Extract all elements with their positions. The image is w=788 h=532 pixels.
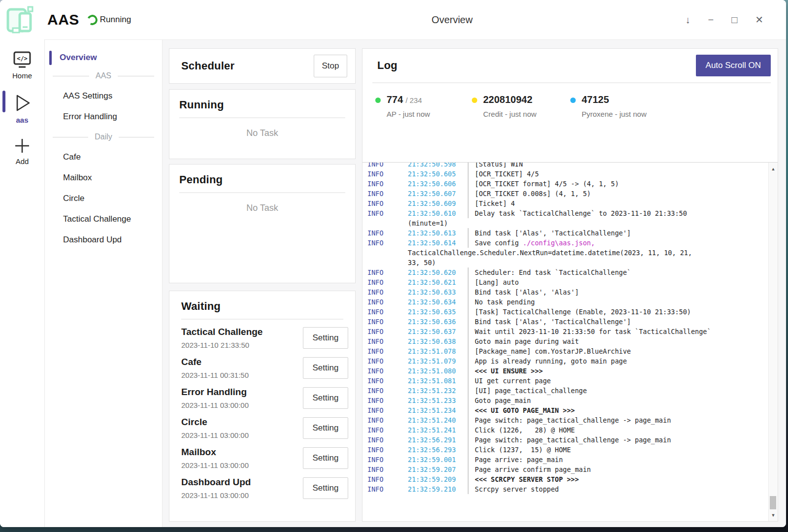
sidebar-item-label: Overview — [60, 53, 97, 62]
sidebar-item-mailbox[interactable]: Mailbox — [45, 167, 162, 188]
task-setting-button[interactable]: Setting — [303, 417, 348, 439]
log-line: INFO21:32:51.241Click (1226, 28) @ HOME — [367, 425, 763, 435]
log-level: INFO — [367, 162, 408, 169]
log-message: [Package_name] com.YostarJP.BlueArchive — [468, 346, 631, 356]
scheduler-title: Scheduler — [181, 60, 234, 72]
stat-item: 220810942Credit - just now — [472, 94, 570, 162]
log-message: Delay task `TacticalChallenge` to 2023-1… — [468, 208, 687, 218]
sidebar-item-aas-settings[interactable]: AAS Settings — [45, 86, 162, 106]
log-message: Bind task ['Alas', 'TacticalChallenge'] — [468, 317, 631, 327]
log-scrollbar[interactable]: ▲ ▼ — [768, 163, 778, 521]
log-line: INFO21:32:59.001Page arrive: page_main — [367, 455, 763, 465]
main-content: Scheduler Stop Running No Task Pending N… — [163, 39, 786, 527]
scheduler-stop-button[interactable]: Stop — [314, 55, 347, 77]
divider — [179, 117, 345, 118]
log-line: INFO21:32:50.607[OCR_TICKET 0.008s] (4, … — [367, 189, 763, 199]
svg-text:</>: </> — [17, 55, 28, 62]
stat-value: 47125 — [582, 94, 609, 105]
sidebar-item-cafe[interactable]: Cafe — [45, 147, 162, 167]
stat-item: 774/ 234AP - just now — [375, 94, 472, 162]
task-columns: Scheduler Stop Running No Task Pending N… — [169, 48, 356, 522]
waiting-task-row: Circle2023-11-11 03:00:00Setting — [181, 413, 348, 443]
log-level: INFO — [367, 386, 408, 396]
sidebar-item-tactical-challenge[interactable]: Tactical Challenge — [45, 209, 162, 230]
log-message: <<< UI ENSURE >>> — [468, 366, 543, 376]
waiting-task-row: Mailbox2023-11-11 03:00:00Setting — [181, 443, 348, 473]
rail-item-aas[interactable]: aas — [0, 89, 44, 133]
log-line: INFO21:32:51.081UI get current page — [367, 376, 763, 386]
log-level: INFO — [367, 179, 408, 189]
waiting-task-list: Tactical Challenge2023-11-10 21:33:50Set… — [181, 323, 348, 503]
log-message: [Lang] auto — [468, 277, 519, 287]
sidebar-item-error-handling[interactable]: Error Handling — [45, 106, 162, 127]
task-next-run: 2023-11-11 00:31:50 — [181, 371, 249, 379]
log-message: Bind task ['Alas', 'Alas'] — [468, 287, 579, 297]
log-level: INFO — [367, 199, 408, 208]
log-line: INFO21:32:50.605[OCR_TICKET] 4/5 — [367, 169, 763, 179]
rail-item-home[interactable]: </> Home — [0, 47, 44, 89]
log-time: 21:32:51.079 — [408, 356, 468, 366]
close-icon[interactable]: ✕ — [755, 15, 763, 25]
page-title: Overview — [431, 14, 472, 26]
log-message: App is already running, goto main page — [468, 356, 627, 366]
hide-to-tray-icon[interactable]: ↓ — [685, 15, 690, 25]
scrollbar-down-arrow-icon[interactable]: ▼ — [769, 513, 778, 518]
log-line: INFO21:32:50.634No task pending — [367, 297, 763, 307]
task-name: Dashboard Upd — [181, 477, 251, 488]
log-time: 21:32:50.637 — [408, 327, 468, 336]
sidebar-item-dashboard-upd[interactable]: Dashboard Upd — [45, 230, 162, 250]
log-time: 21:32:50.609 — [408, 199, 468, 208]
log-level: INFO — [367, 287, 408, 297]
log-message: Scheduler: End task `TacticalChallenge` — [468, 267, 631, 277]
log-level: INFO — [367, 435, 408, 445]
log-line: INFO21:32:50.609[Ticket] 4 — [367, 199, 763, 208]
sidebar-item-circle[interactable]: Circle — [45, 188, 162, 209]
task-setting-button[interactable]: Setting — [303, 357, 348, 379]
log-message-continuation: (minute=1) — [408, 218, 448, 228]
log-time: 21:32:59.207 — [408, 465, 468, 474]
nav-rail: </> Home aas Add — [0, 39, 45, 527]
sidebar-item-overview[interactable]: Overview — [45, 49, 162, 66]
log-level: INFO — [367, 346, 408, 356]
waiting-task-row: Tactical Challenge2023-11-10 21:33:50Set… — [181, 323, 348, 353]
task-setting-button[interactable]: Setting — [303, 447, 348, 469]
scrollbar-thumb[interactable] — [770, 496, 776, 509]
waiting-title: Waiting — [181, 300, 348, 313]
log-time: 21:32:51.081 — [408, 376, 468, 386]
log-line: INFO21:32:56.291Page switch: page_tactic… — [367, 435, 763, 445]
play-icon — [12, 92, 33, 114]
log-time: 21:32:50.610 — [408, 208, 468, 218]
waiting-card: Waiting Tactical Challenge2023-11-10 21:… — [169, 291, 356, 522]
running-title: Running — [179, 99, 345, 111]
maximize-icon[interactable]: □ — [731, 15, 737, 25]
pending-title: Pending — [179, 173, 345, 186]
log-line: INFO21:32:51.233Goto page_main — [367, 396, 763, 405]
log-message: Goto main page during wait — [468, 336, 579, 346]
task-setting-button[interactable]: Setting — [303, 327, 348, 349]
log-level: INFO — [367, 465, 408, 474]
log-time: 21:32:51.234 — [408, 405, 468, 415]
waiting-task-row: Error Handling2023-11-11 03:00:00Setting — [181, 383, 348, 413]
scrollbar-up-arrow-icon[interactable]: ▲ — [769, 166, 778, 171]
log-level: INFO — [367, 455, 408, 465]
log-message: Page arrive: page_main — [468, 455, 563, 465]
log-line: INFO21:32:50.635[Task] TacticalChallenge… — [367, 307, 763, 317]
log-time: 21:32:59.209 — [408, 474, 468, 484]
rail-label-aas: aas — [16, 116, 28, 124]
log-line: INFO21:32:50.614Save config ./config\aas… — [367, 238, 763, 248]
log-view[interactable]: INFO21:32:50.598[Status] WININFO21:32:50… — [362, 162, 778, 521]
running-empty-label: No Task — [179, 128, 345, 138]
log-message: Save config ./config\aas.json, — [468, 238, 595, 248]
header-divider — [45, 39, 786, 40]
task-setting-button[interactable]: Setting — [303, 477, 348, 499]
task-setting-button[interactable]: Setting — [303, 387, 348, 409]
minimize-icon[interactable]: − — [708, 15, 714, 25]
log-message: Scrcpy server stopped — [468, 484, 559, 494]
stat-dot — [375, 98, 381, 103]
log-time: 21:32:51.241 — [408, 425, 468, 435]
auto-scroll-toggle-button[interactable]: Auto Scroll ON — [696, 55, 771, 76]
pending-empty-label: No Task — [179, 203, 345, 213]
stat-value: 774 — [387, 94, 403, 105]
log-line: INFO21:32:59.207Page arrive confirm page… — [367, 465, 763, 474]
rail-item-add[interactable]: Add — [0, 133, 44, 174]
